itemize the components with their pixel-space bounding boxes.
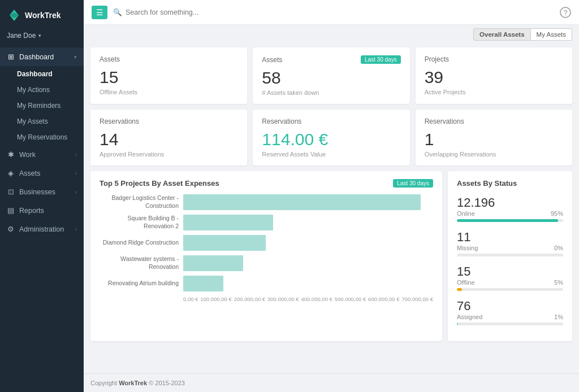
chart-card: Top 5 Projects By Asset Expenses Last 30… — [90, 171, 442, 341]
sidebar-sub-dashboard[interactable]: Dashboard — [0, 66, 84, 82]
chevron-right-icon: › — [75, 152, 77, 158]
bar-label: Diamond Ridge Construction — [100, 239, 179, 247]
sidebar-sub-my-actions[interactable]: My Actions — [0, 82, 84, 98]
status-item-offline: 15 Offline 5% — [457, 264, 563, 291]
help-button[interactable]: ? — [560, 7, 571, 18]
status-label: Offline 5% — [457, 279, 563, 286]
sidebar-item-assets[interactable]: ◈ Assets › — [0, 164, 84, 182]
bar-container — [183, 276, 433, 291]
menu-icon: ☰ — [96, 8, 103, 17]
bar-fill — [183, 255, 243, 271]
card-number: 15 — [100, 68, 238, 86]
progress-bar-bg — [457, 254, 563, 256]
sidebar: WorkTrek Jane Doe ▾ ⊞ Dashboard ▾ Dashbo… — [0, 0, 84, 392]
bottom-row: Top 5 Projects By Asset Expenses Last 30… — [90, 171, 572, 341]
card-assets-taken-down: Assets Last 30 days 58 # Assets taken do… — [253, 47, 409, 104]
status-label: Missing 0% — [457, 245, 563, 251]
status-card: Assets By Status 12.196 Online 95% 11 Mi… — [448, 171, 572, 341]
status-item-missing: 11 Missing 0% — [457, 230, 563, 256]
sidebar-item-label: Businesses — [19, 188, 71, 196]
status-title: Assets By Status — [457, 179, 563, 188]
help-icon: ? — [560, 7, 571, 18]
status-item-online: 12.196 Online 95% — [457, 195, 563, 222]
status-number: 12.196 — [457, 195, 563, 210]
axis-label: 600.000,00 € — [368, 296, 399, 302]
dashboard-icon: ⊞ — [7, 53, 15, 61]
reports-icon: ▤ — [7, 206, 15, 215]
my-assets-button[interactable]: My Assets — [531, 28, 572, 41]
bar-label: Renovating Atrium building — [100, 280, 179, 288]
bar-row: Wastewater systems - Renovation — [100, 255, 433, 271]
sidebar-item-dashboard[interactable]: ⊞ Dashboard ▾ — [0, 47, 84, 66]
card-subtitle: Reserved Assets Value — [262, 151, 400, 158]
footer-text: Copyright — [90, 380, 117, 386]
sidebar-item-work[interactable]: ✱ Work › — [0, 145, 84, 164]
card-number: 1 — [425, 130, 563, 149]
bar-fill — [183, 276, 223, 291]
card-offline-assets: Assets 15 Offline Assets — [90, 47, 247, 104]
overall-assets-button[interactable]: Overall Assets — [473, 28, 530, 41]
menu-button[interactable]: ☰ — [92, 6, 107, 19]
status-percent: 0% — [554, 245, 563, 251]
sidebar-item-label: Reports — [19, 207, 77, 215]
chart-title: Top 5 Projects By Asset Expenses — [100, 179, 219, 188]
footer-year: © 2015-2023 — [149, 380, 185, 386]
progress-bar-fill — [457, 323, 458, 325]
bar-axis: 0,00 €100.000,00 €200.000,00 €300.000,00… — [183, 296, 433, 302]
progress-bar-fill — [457, 219, 558, 222]
card-subtitle: # Assets taken down — [262, 89, 400, 96]
card-number: 58 — [262, 68, 400, 87]
card-header: Reservations — [425, 117, 563, 125]
logo-icon — [7, 8, 21, 23]
card-number: 114.00 € — [262, 130, 400, 149]
card-title: Reservations — [262, 117, 301, 125]
sidebar-item-reports[interactable]: ▤ Reports — [0, 201, 84, 220]
card-overlapping-reservations: Reservations 1 Overlapping Reservations — [416, 110, 572, 165]
progress-bar-bg — [457, 288, 563, 291]
axis-label: 300.000,00 € — [267, 296, 299, 302]
sidebar-sub-my-reservations[interactable]: My Reservations — [0, 129, 84, 145]
card-subtitle: Approved Reservations — [100, 151, 238, 158]
bar-container — [183, 194, 433, 210]
search-input[interactable] — [126, 8, 554, 16]
sidebar-sub-my-assets[interactable]: My Assets — [0, 114, 84, 129]
user-menu[interactable]: Jane Doe ▾ — [0, 28, 84, 47]
axis-label: 400.000,00 € — [301, 296, 332, 302]
sidebar-item-label: Assets — [19, 169, 71, 177]
topbar: ☰ 🔍 ? — [84, 0, 579, 25]
status-percent: 5% — [554, 279, 563, 286]
status-number: 76 — [457, 299, 563, 313]
sidebar-sub-my-reminders[interactable]: My Reminders — [0, 98, 84, 114]
card-subtitle: Overlapping Reservations — [425, 151, 563, 158]
footer-brand: WorkTrek — [119, 380, 147, 386]
sidebar-item-businesses[interactable]: ⊡ Businesses › — [0, 182, 84, 201]
bar-row: Renovating Atrium building — [100, 276, 433, 291]
content-area: Assets 15 Offline Assets Assets Last 30 … — [84, 43, 579, 373]
axis-label: 100.000,00 € — [200, 296, 231, 302]
businesses-icon: ⊡ — [7, 188, 15, 196]
card-number: 39 — [425, 68, 563, 86]
footer: Copyright WorkTrek © 2015-2023 — [84, 373, 579, 392]
cards-row-1: Assets 15 Offline Assets Assets Last 30 … — [90, 47, 572, 104]
bar-fill — [183, 194, 421, 210]
bar-label: Wastewater systems - Renovation — [100, 255, 179, 271]
card-title: Reservations — [425, 117, 464, 125]
work-icon: ✱ — [7, 150, 15, 159]
bar-row: Square Building B - Renovation 2 — [100, 215, 433, 230]
card-header: Assets — [100, 55, 238, 63]
cards-row-2: Reservations 14 Approved Reservations Re… — [90, 110, 572, 165]
bar-fill — [183, 215, 273, 230]
status-label: Assigned 1% — [457, 313, 563, 320]
status-items: 12.196 Online 95% 11 Missing 0% 15 Offli… — [457, 195, 563, 325]
logo: WorkTrek — [0, 0, 84, 28]
card-subtitle: Active Projects — [425, 89, 563, 95]
card-title: Assets — [100, 55, 120, 63]
status-label-text: Offline — [457, 279, 475, 286]
progress-bar-bg — [457, 219, 563, 222]
sidebar-item-administration[interactable]: ⚙ Administration › — [0, 220, 84, 238]
chevron-down-icon: ▾ — [38, 33, 41, 38]
status-label-text: Assigned — [457, 313, 482, 320]
progress-bar-bg — [457, 323, 563, 325]
chart-header: Top 5 Projects By Asset Expenses Last 30… — [100, 179, 433, 188]
card-reserved-value: Reservations 114.00 € Reserved Assets Va… — [253, 110, 409, 165]
